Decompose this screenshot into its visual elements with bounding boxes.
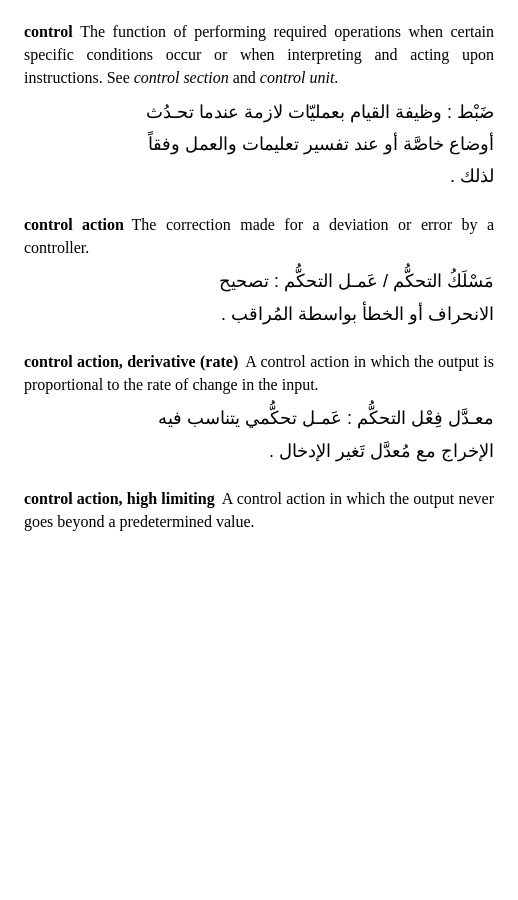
arabic-control-action-line-2: الانحراف أو الخطأ بواسطة المُراقب . (24, 298, 494, 330)
entry-control-action-high-limiting-text: control action, high limiting A control … (24, 487, 494, 533)
arabic-derivative-line-2: الإخراج مع مُعدَّل تَغير الإدخال . (24, 435, 494, 467)
arabic-control-action-derivative: معـدَّل فِعْل التحكُّم : عَمـل تحكُّمي ي… (24, 402, 494, 467)
arabic-control-line-3: لذلك . (24, 160, 494, 192)
entry-control-action-high-limiting: control action, high limiting A control … (24, 487, 494, 533)
arabic-control: ضَبْط : وظيفة القيام بعمليّات لازمة عندم… (24, 96, 494, 193)
term-control: control (24, 23, 73, 40)
arabic-derivative-line-1: معـدَّل فِعْل التحكُّم : عَمـل تحكُّمي ي… (24, 402, 494, 434)
arabic-control-action: مَسْلَكُ التحكُّم / عَمـل التحكُّم : تصح… (24, 265, 494, 330)
entry-control-action-text: control action The correction made for a… (24, 213, 494, 259)
term-control-action-high-limiting: control action, high limiting (24, 490, 215, 507)
entry-control-text: control The function of performing requi… (24, 20, 494, 90)
term-control-action: control action (24, 216, 124, 233)
entry-control: control The function of performing requi… (24, 20, 494, 193)
entry-control-action-derivative: control action, derivative (rate) A cont… (24, 350, 494, 467)
arabic-control-line-2: أوضاع خاصَّة أو عند تفسير تعليمات والعمل… (24, 128, 494, 160)
arabic-control-action-line-1: مَسْلَكُ التحكُّم / عَمـل التحكُّم : تصح… (24, 265, 494, 297)
arabic-control-line-1: ضَبْط : وظيفة القيام بعمليّات لازمة عندم… (24, 96, 494, 128)
entry-control-action-derivative-text: control action, derivative (rate) A cont… (24, 350, 494, 396)
italic-control-section: control section (134, 69, 229, 86)
entry-control-action: control action The correction made for a… (24, 213, 494, 330)
italic-control-unit: control unit (260, 69, 335, 86)
dictionary-page: control The function of performing requi… (24, 20, 494, 533)
entry-control-body: The function of performing required oper… (24, 23, 494, 86)
term-control-action-derivative: control action, derivative (rate) (24, 353, 238, 370)
